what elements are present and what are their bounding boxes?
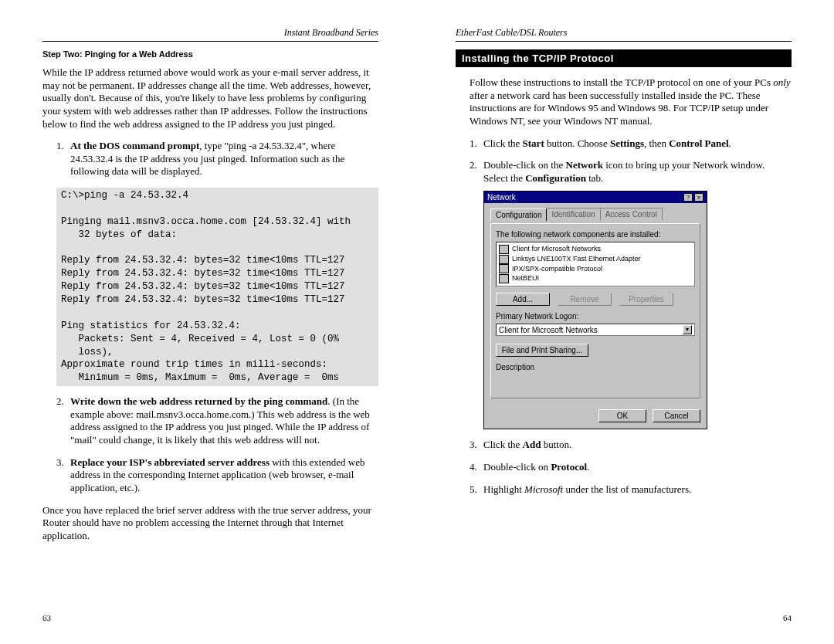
remove-button: Remove — [558, 293, 612, 306]
section-bar-installing-tcpip: Installing the TCP/IP Protocol — [456, 49, 792, 67]
win95-config-panel: The following network components are ins… — [490, 223, 700, 398]
step-number: 1. — [56, 140, 70, 178]
close-icon: x — [694, 193, 703, 202]
properties-button: Properties — [619, 293, 673, 306]
components-listbox: Client for Microsoft Networks Linksys LN… — [496, 242, 695, 286]
intro-a: Follow these instructions to install the… — [470, 76, 773, 88]
primary-logon-value: Client for Microsoft Networks — [499, 326, 598, 334]
components-label: The following network components are ins… — [496, 230, 695, 239]
win95-title-text: Network — [487, 193, 516, 202]
step-text: Click the Add button. — [483, 439, 792, 452]
description-label: Description — [496, 363, 695, 371]
running-head-left: Instant Broadband Series — [42, 27, 378, 39]
step-text: Double-click on the Network icon to brin… — [483, 159, 792, 185]
left-step-3: 3. Replace your ISP's abbreviated server… — [42, 456, 378, 495]
rule-right — [456, 41, 792, 42]
page-number-left: 63 — [42, 613, 51, 622]
ok-button: OK — [598, 409, 646, 422]
step1-lead: At the DOS command prompt — [70, 140, 199, 151]
step-text: Replace your ISP's abbreviated server ad… — [70, 456, 378, 495]
file-print-sharing-button: File and Print Sharing... — [496, 344, 588, 357]
step-text: Click the Start button. Choose Settings,… — [483, 137, 792, 151]
add-button: Add... — [496, 293, 550, 306]
tab-access-control: Access Control — [600, 208, 663, 220]
page-left: Instant Broadband Series Step Two: Pingi… — [0, 27, 417, 630]
tab-configuration: Configuration — [490, 208, 547, 221]
component-buttons: Add... Remove Properties — [496, 293, 695, 306]
step-text: Write down the web address returned by t… — [70, 395, 378, 447]
list-item: Client for Microsoft Networks — [499, 244, 692, 254]
list-item: NetBEUI — [499, 273, 692, 283]
step-number: 2. — [470, 159, 483, 185]
page-number-right: 64 — [783, 613, 792, 622]
right-step-4: 4. Double-click on Protocol. — [456, 461, 792, 474]
page-right: EtherFast Cable/DSL Routers Installing t… — [417, 27, 834, 630]
ping-output-codeblock: C:\>ping -a 24.53.32.4 Pinging mail.msnv… — [56, 188, 378, 386]
step-number: 4. — [470, 461, 483, 474]
description-area — [496, 375, 695, 393]
right-step-1: 1. Click the Start button. Choose Settin… — [456, 137, 792, 151]
intro-b: after a network card has been successful… — [470, 90, 768, 127]
subhead-step-two: Step Two: Pinging for a Web Address — [42, 49, 378, 59]
step-text: Double-click on Protocol. — [483, 461, 792, 474]
step-number: 5. — [470, 483, 483, 497]
primary-logon-dropdown: Client for Microsoft Networks ▾ — [496, 324, 695, 336]
chevron-down-icon: ▾ — [683, 325, 692, 334]
step2-lead: Write down the web address returned by t… — [70, 395, 327, 407]
left-step-1: 1. At the DOS command prompt, type "ping… — [42, 140, 378, 178]
step-number: 3. — [470, 439, 483, 452]
step-text: Highlight Microsoft under the list of ma… — [483, 483, 792, 497]
left-intro-paragraph: While the IP address returned above woul… — [42, 66, 378, 130]
intro-italic-only: only — [773, 76, 790, 88]
right-step-3: 3. Click the Add button. — [456, 439, 792, 452]
step3-lead: Replace your ISP's abbreviated server ad… — [70, 456, 270, 468]
running-head-right: EtherFast Cable/DSL Routers — [456, 27, 792, 39]
help-icon: ? — [683, 193, 693, 202]
win95-tabstrip: Configuration Identification Access Cont… — [490, 208, 700, 220]
list-item: IPX/SPX-compatible Protocol — [499, 264, 692, 274]
step-text: At the DOS command prompt, type "ping -a… — [70, 140, 378, 178]
rule-left — [42, 41, 378, 42]
tab-identification: Identification — [546, 208, 600, 220]
win95-window-controls: ? x — [683, 193, 703, 202]
page-spread: Instant Broadband Series Step Two: Pingi… — [0, 0, 834, 644]
win95-body: Configuration Identification Access Cont… — [484, 203, 707, 405]
right-intro-paragraph: Follow these instructions to install the… — [456, 76, 792, 128]
cancel-button: Cancel — [653, 409, 700, 422]
right-step-5: 5. Highlight Microsoft under the list of… — [456, 483, 792, 497]
step-number: 1. — [470, 137, 483, 151]
right-step-2: 2. Double-click on the Network icon to b… — [456, 159, 792, 185]
win95-footer-buttons: OK Cancel — [484, 405, 707, 429]
list-item: Linksys LNE100TX Fast Ethernet Adapter — [499, 254, 692, 264]
left-outro-paragraph: Once you have replaced the brief server … — [42, 504, 378, 543]
file-print-row: File and Print Sharing... — [496, 344, 695, 357]
network-dialog-screenshot: Network ? x Configuration Identification… — [483, 191, 707, 429]
step-number: 2. — [56, 395, 70, 447]
left-step-2: 2. Write down the web address returned b… — [42, 395, 378, 447]
win95-titlebar: Network ? x — [484, 192, 707, 203]
primary-logon-label: Primary Network Logon: — [496, 312, 695, 320]
step-number: 3. — [56, 456, 70, 495]
